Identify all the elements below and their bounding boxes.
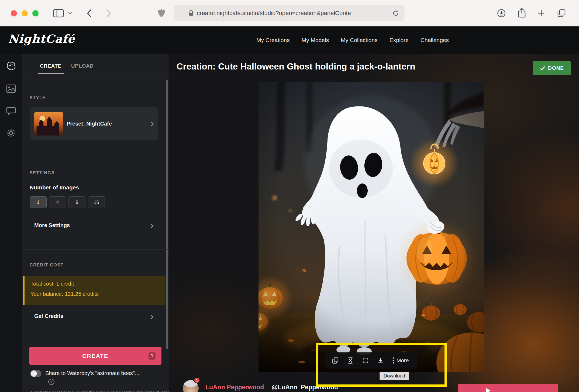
balance-text: Your balance: 121.25 credits: [30, 291, 99, 297]
settings-gear-icon[interactable]: [5, 127, 18, 140]
gallery-icon[interactable]: [5, 82, 18, 95]
image-count-option-1[interactable]: 1: [30, 196, 47, 208]
author-badge: 1: [194, 377, 200, 383]
page-title: Creation: Cute Halloween Ghost holding a…: [177, 61, 415, 72]
total-cost-text: Total cost: 1 credit: [30, 281, 74, 287]
yellow-annotation-box: [316, 343, 447, 387]
nav-explore[interactable]: Explore: [390, 37, 409, 43]
style-section-heading: STYLE: [30, 95, 46, 100]
sidebar-toggle-icon[interactable]: [53, 9, 64, 18]
create-panel: CREATE UPLOAD STYLE Preset: NightCafe SE…: [22, 54, 169, 392]
chevron-down-icon[interactable]: [68, 12, 72, 15]
image-count-options: 1 4 9 16: [30, 196, 105, 208]
share-toggle[interactable]: [30, 370, 41, 377]
url-text: creator.nightcafe.studio/studio?open=cre…: [197, 10, 392, 17]
reload-icon[interactable]: [392, 10, 399, 17]
share-icon[interactable]: [518, 8, 526, 18]
nav-challenges[interactable]: Challenges: [421, 37, 449, 43]
new-tab-icon[interactable]: [537, 9, 545, 17]
tab-upload[interactable]: UPLOAD: [71, 63, 94, 69]
check-icon: [540, 66, 545, 71]
style-preset-label: Preset: NightCafe: [67, 107, 112, 140]
toggle-knob: [31, 370, 37, 377]
tabs-overview-icon[interactable]: [557, 9, 566, 18]
create-icon[interactable]: [5, 60, 18, 72]
credit-section-heading: CREDIT COST: [30, 263, 64, 268]
url-field[interactable]: creator.nightcafe.studio/studio?open=cre…: [174, 5, 405, 21]
lock-icon: [189, 10, 194, 16]
play-icon: [486, 388, 491, 392]
active-tab-underline: [38, 73, 64, 74]
settings-section-heading: SETTINGS: [30, 171, 55, 175]
style-preset-thumbnail: [34, 112, 63, 136]
panel-create-label: CREATE: [82, 353, 108, 359]
app-window: creator.nightcafe.studio/studio?open=cre…: [0, 0, 579, 392]
chevron-right-icon: [150, 223, 154, 229]
divider: [22, 78, 169, 78]
done-label: DONE: [548, 65, 564, 71]
author-name[interactable]: LuAnn Pepperwood: [205, 384, 264, 391]
nav-my-creations[interactable]: My Creations: [256, 37, 290, 43]
recaptcha-footer-text: is protected by reCAPTCHA and the Google…: [30, 390, 169, 392]
tab-create[interactable]: CREATE: [40, 63, 61, 69]
image-count-option-4[interactable]: 4: [49, 196, 66, 208]
chevron-right-icon: [150, 314, 154, 320]
divider: [22, 340, 169, 340]
panel-scrollbar[interactable]: [166, 80, 168, 349]
forward-button[interactable]: [106, 9, 111, 17]
help-button[interactable]: ?: [48, 379, 54, 385]
chevron-right-icon: [150, 121, 154, 127]
left-icon-rail: [0, 54, 22, 392]
minimize-window-button[interactable]: [22, 10, 28, 16]
nav-my-collections[interactable]: My Collections: [341, 37, 378, 43]
main-nav: My Creations My Models My Collections Ex…: [221, 26, 449, 54]
credit-cost-box: Total cost: 1 credit Your balance: 121.2…: [23, 276, 166, 305]
chat-icon[interactable]: [5, 105, 18, 117]
nightcafe-logo[interactable]: NightCafé: [8, 32, 75, 46]
panel-create-button[interactable]: CREATE 1: [29, 347, 161, 365]
downloads-icon[interactable]: [497, 9, 506, 18]
share-toggle-label: Share to Waterboy's "astronaut bees"...: [45, 370, 139, 376]
image-count-option-9[interactable]: 9: [68, 196, 85, 208]
creation-view: Creation: Cute Halloween Ghost holding a…: [169, 54, 579, 392]
more-settings-label: More Settings: [34, 222, 70, 228]
close-window-button[interactable]: [11, 10, 17, 16]
back-button[interactable]: [87, 9, 92, 17]
done-button[interactable]: DONE: [533, 61, 571, 75]
create-cost-badge: 1: [149, 352, 156, 360]
more-settings-row[interactable]: More Settings: [22, 220, 169, 233]
browser-chrome: creator.nightcafe.studio/studio?open=cre…: [0, 0, 579, 26]
zoom-window-button[interactable]: [32, 10, 39, 16]
style-preset-card[interactable]: Preset: NightCafe: [30, 107, 158, 140]
privacy-shield-icon[interactable]: [157, 9, 166, 18]
site-header: NightCafé My Creations My Models My Coll…: [0, 26, 579, 54]
image-count-option-16[interactable]: 16: [88, 196, 105, 208]
get-credits-label: Get Credits: [34, 313, 63, 319]
divider: [22, 249, 169, 250]
number-of-images-label: Number of Images: [30, 184, 79, 191]
creation-image[interactable]: [259, 82, 484, 372]
nav-my-models[interactable]: My Models: [302, 37, 329, 43]
get-credits-row[interactable]: Get Credits: [22, 310, 169, 323]
divider: [22, 159, 169, 159]
bottom-action-button[interactable]: [458, 384, 558, 392]
